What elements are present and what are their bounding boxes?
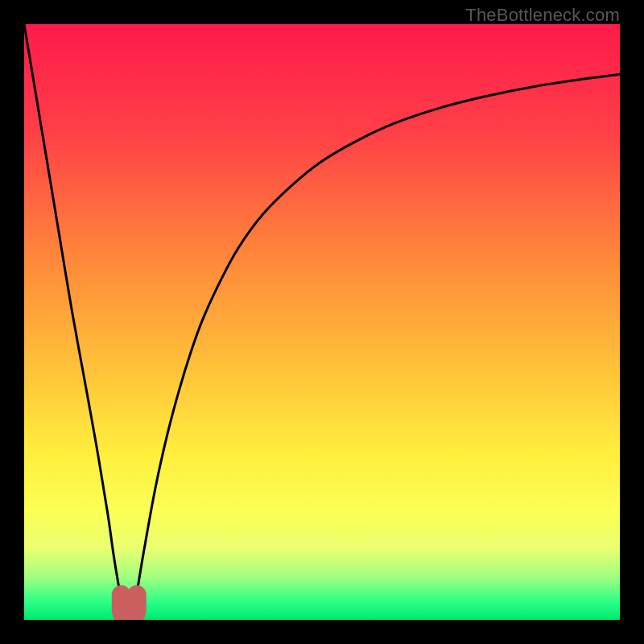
- gradient-background: [24, 24, 620, 620]
- chart-frame: TheBottleneck.com: [0, 0, 644, 644]
- chart-svg: [24, 24, 620, 620]
- watermark-text: TheBottleneck.com: [465, 5, 620, 26]
- bottleneck-minimum-marker: [122, 595, 137, 617]
- plot-area: [24, 24, 620, 620]
